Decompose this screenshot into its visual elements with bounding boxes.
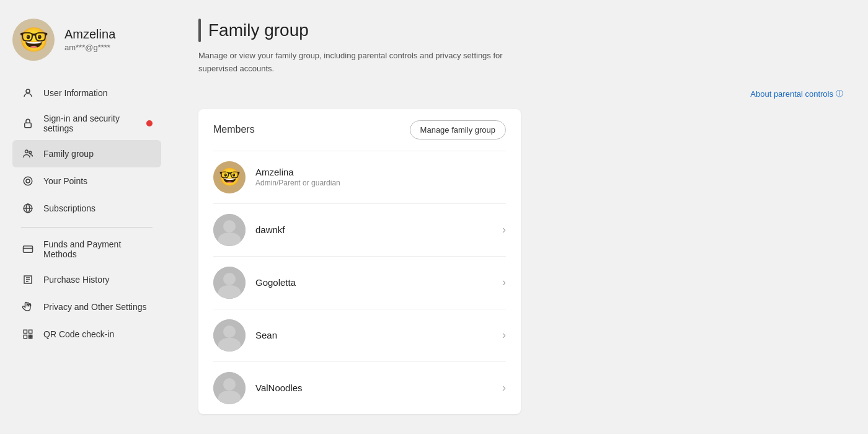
avatar-emoji: 🤓: [19, 28, 48, 51]
sidebar-item-label: Sign-in and security settings: [43, 113, 135, 133]
sidebar-item-your-points[interactable]: Your Points: [12, 167, 161, 195]
nav-divider: [21, 227, 153, 228]
member-info-amzelina: Amzelina Admin/Parent or guardian: [255, 167, 506, 187]
svg-point-0: [26, 89, 30, 93]
members-header: Members Manage family group: [198, 109, 521, 151]
member-info-sean: Sean: [255, 330, 497, 340]
header-bar: [198, 19, 201, 42]
member-avatar-valnoodles: [213, 372, 246, 404]
sidebar-item-label: QR Code check-in: [43, 329, 153, 339]
qr-code-icon: [21, 327, 35, 341]
member-silhouette: [213, 214, 246, 246]
svg-point-5: [26, 179, 30, 183]
svg-rect-13: [29, 337, 30, 339]
sidebar-item-label: Family group: [43, 149, 153, 159]
svg-rect-1: [25, 123, 32, 128]
member-row-amzelina: 🤓 Amzelina Admin/Parent or guardian: [198, 151, 521, 203]
chevron-right-icon: ›: [502, 381, 506, 394]
svg-point-3: [29, 151, 32, 154]
sidebar-item-label: Privacy and Other Settings: [43, 302, 153, 312]
nav-list: User Information Sign-in and security se…: [12, 79, 161, 348]
member-name: Gogoletta: [255, 277, 497, 288]
sidebar-item-qr-code[interactable]: QR Code check-in: [12, 321, 161, 348]
parental-controls-link-container: About parental controls ⓘ: [198, 88, 843, 99]
sidebar-item-user-information[interactable]: User Information: [12, 79, 161, 107]
member-info-dawnkf: dawnkf: [255, 224, 497, 235]
svg-rect-9: [29, 330, 32, 333]
sidebar-item-sign-in-security[interactable]: Sign-in and security settings: [12, 107, 161, 140]
avatar: 🤓: [12, 19, 55, 61]
profile-name: Amzelina: [64, 27, 115, 42]
svg-point-4: [24, 177, 32, 185]
sidebar-item-purchase-history[interactable]: Purchase History: [12, 266, 161, 293]
profile-info: Amzelina am***@g****: [64, 27, 115, 52]
svg-rect-7: [24, 246, 33, 253]
page-header: Family group: [198, 19, 843, 42]
lock-icon: [21, 117, 35, 130]
profile-section: 🤓 Amzelina am***@g****: [12, 19, 161, 61]
svg-rect-12: [31, 337, 32, 339]
member-info-gogoletta: Gogoletta: [255, 277, 497, 288]
info-icon: ⓘ: [836, 89, 843, 99]
members-card: Members Manage family group 🤓 Amzelina A…: [198, 109, 521, 414]
page-title: Family group: [208, 20, 309, 40]
sidebar-item-label: Subscriptions: [43, 203, 153, 213]
svg-rect-10: [24, 335, 27, 339]
sidebar-item-label: Purchase History: [43, 275, 153, 285]
member-info-valnoodles: ValNoodles: [255, 383, 497, 393]
svg-rect-8: [24, 330, 27, 333]
receipt-icon: [21, 273, 35, 286]
member-name: dawnkf: [255, 224, 497, 235]
profile-email: am***@g****: [64, 43, 115, 52]
chevron-right-icon: ›: [502, 276, 506, 289]
sidebar-item-family-group[interactable]: Family group: [12, 140, 161, 167]
svg-rect-11: [29, 335, 30, 337]
member-name: Sean: [255, 330, 497, 340]
globe-icon: [21, 202, 35, 215]
chevron-right-icon: ›: [502, 223, 506, 236]
sidebar-item-funds-payment[interactable]: Funds and Payment Methods: [12, 232, 161, 266]
page-description: Manage or view your family group, includ…: [198, 50, 521, 76]
member-avatar-gogoletta: [213, 267, 246, 299]
svg-point-2: [25, 150, 29, 153]
hand-icon: [21, 300, 35, 314]
sidebar-item-label: User Information: [43, 88, 153, 98]
sidebar-item-privacy-settings[interactable]: Privacy and Other Settings: [12, 293, 161, 321]
svg-rect-14: [31, 335, 32, 337]
member-row-gogoletta[interactable]: Gogoletta ›: [198, 257, 521, 309]
chevron-right-icon: ›: [502, 329, 506, 342]
member-avatar-sean: [213, 319, 246, 352]
member-row-valnoodles[interactable]: ValNoodles ›: [198, 362, 521, 414]
sidebar-item-label: Your Points: [43, 176, 153, 186]
members-title: Members: [213, 124, 255, 135]
manage-family-group-button[interactable]: Manage family group: [410, 120, 506, 140]
sidebar-item-subscriptions[interactable]: Subscriptions: [12, 195, 161, 222]
family-icon: [21, 147, 35, 161]
sidebar: 🤓 Amzelina am***@g**** User Information …: [0, 0, 174, 434]
member-avatar-amzelina: 🤓: [213, 161, 246, 193]
member-name: ValNoodles: [255, 383, 497, 393]
member-name: Amzelina: [255, 167, 506, 177]
member-row-sean[interactable]: Sean ›: [198, 309, 521, 361]
member-avatar-emoji: 🤓: [219, 169, 241, 186]
main-content: Family group Manage or view your family …: [174, 0, 868, 434]
member-role: Admin/Parent or guardian: [255, 179, 506, 187]
points-icon: [21, 174, 35, 188]
member-row-dawnkf[interactable]: dawnkf ›: [198, 204, 521, 256]
security-badge: [146, 120, 153, 126]
user-icon: [21, 86, 35, 100]
parental-controls-link[interactable]: About parental controls ⓘ: [750, 89, 843, 99]
sidebar-item-label: Funds and Payment Methods: [43, 239, 153, 259]
credit-card-icon: [21, 242, 35, 256]
member-avatar-dawnkf: [213, 214, 246, 246]
